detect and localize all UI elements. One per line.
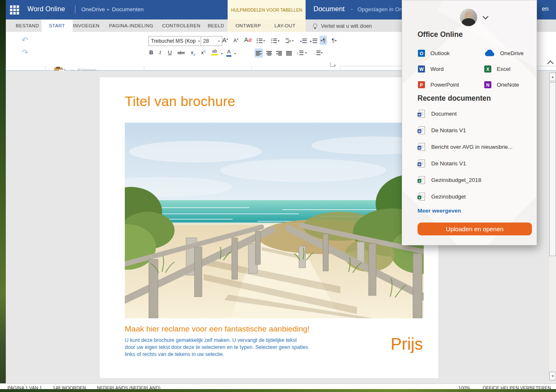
paragraph-indent-button[interactable]: → [311, 48, 322, 58]
recent-doc-item[interactable]: w Document [419, 110, 457, 118]
contextual-tab-header: HULPMIDDELEN VOOR TABELLEN [228, 0, 306, 19]
document-title-field[interactable]: Document [313, 5, 345, 13]
recent-doc-item[interactable]: w Bericht over AVG in nieuwsbrie... [419, 143, 512, 151]
font-size-caret: ▾ [218, 39, 220, 43]
tab-start[interactable]: START [41, 19, 73, 32]
strikethrough-button[interactable]: abc [177, 50, 185, 55]
numbered-list-caret[interactable]: ▾ [278, 39, 279, 43]
recent-documents-title: Recente documenten [418, 94, 491, 103]
user-avatar[interactable] [460, 9, 477, 26]
brochure-body-text[interactable]: U kunt deze brochure gemakkelijk zelf ma… [125, 337, 308, 358]
app-label: Word [430, 66, 444, 72]
desktop-background-left [0, 0, 6, 392]
multilevel-list-caret[interactable]: ▾ [292, 39, 294, 43]
recent-doc-item[interactable]: x Gezinsbudget_2018 [419, 176, 481, 184]
align-center-button[interactable] [265, 48, 273, 58]
app-launcher-icon[interactable] [10, 5, 19, 15]
highlight-caret[interactable]: ▾ [221, 52, 223, 56]
scroll-up-button[interactable]: ▲ [549, 73, 556, 81]
app-link-word[interactable]: W Word [418, 65, 444, 73]
word-icon: W [418, 65, 425, 73]
font-size-combobox[interactable]: 28▾ [201, 36, 222, 46]
tab-invoegen[interactable]: INVOEGEN [72, 19, 100, 32]
multilevel-list-button[interactable] [284, 36, 292, 46]
breadcrumb: OneDrive▸Documenten [81, 6, 144, 12]
bullet-list-button[interactable] [255, 36, 264, 46]
brochure-price-label[interactable]: Prijs [361, 335, 423, 353]
bold-button[interactable]: B [149, 49, 153, 56]
align-right-button[interactable] [275, 48, 283, 58]
redo-button[interactable]: ↷ [22, 48, 28, 56]
word-doc-icon: w [419, 160, 425, 167]
scroll-down-button[interactable]: ▼ [549, 372, 556, 380]
topbar-divider [75, 5, 75, 14]
superscript-button[interactable]: x2 [201, 49, 206, 56]
desktop-background-bottom [0, 389, 556, 392]
tell-me-label: Vertel wat u wilt doen [321, 23, 372, 29]
paragraph-indent-caret[interactable]: ▾ [321, 51, 323, 55]
panel-title: Office Online [418, 30, 463, 39]
share-button-partial[interactable]: en [542, 5, 549, 12]
breadcrumb-documenten[interactable]: Documenten [112, 6, 144, 12]
rtl-paragraph-button[interactable]: ¶◂ [330, 36, 337, 45]
brochure-title[interactable]: Titel van brochure [125, 94, 236, 109]
scrollbar-thumb[interactable] [549, 82, 556, 256]
office-online-flyout-panel: Office Online O Outlook OneDrive W Word … [402, 0, 537, 245]
onenote-icon: N [484, 81, 491, 88]
tab-pagina-indeling[interactable]: PAGINA-INDELING [108, 19, 154, 32]
excel-doc-icon: x [419, 176, 425, 184]
brochure-photo[interactable] [125, 123, 424, 318]
app-link-excel[interactable]: X Excel [484, 65, 510, 73]
brochure-headline[interactable]: Maak hier reclame voor een fantastische … [125, 324, 310, 334]
tab-ontwerp[interactable]: ONTWERP [235, 19, 262, 32]
word-doc-icon: w [419, 126, 425, 134]
app-label: Excel [497, 66, 510, 72]
powerpoint-icon: P [418, 81, 425, 88]
app-name: Word Online [27, 5, 65, 13]
font-family-combobox[interactable]: Trebuchet MS (Kop▾ [148, 36, 202, 46]
clear-formatting-button[interactable]: A [244, 36, 252, 43]
line-spacing-button[interactable]: ↕ [295, 48, 305, 58]
recent-doc-item[interactable]: w De Notaris V1 [419, 126, 466, 134]
font-color-caret[interactable]: ▾ [234, 52, 236, 56]
tab-controleren[interactable]: CONTROLEREN [161, 19, 202, 32]
italic-button[interactable]: I [159, 49, 161, 56]
paragraph-dialog-launcher[interactable] [330, 62, 335, 67]
recent-doc-item[interactable]: x Gezinsbudget [419, 193, 466, 201]
ltr-paragraph-button[interactable]: ▸¶ [320, 36, 327, 45]
shrink-font-button[interactable]: A▾ [233, 37, 238, 44]
app-link-outlook[interactable]: O Outlook [418, 50, 450, 57]
tab-bestand[interactable]: BESTAND [15, 19, 40, 32]
app-link-onedrive[interactable]: OneDrive [484, 50, 524, 57]
recent-doc-label: Gezinsbudget [431, 194, 466, 200]
tab-lay-out[interactable]: LAY-OUT [274, 19, 296, 32]
show-more-link[interactable]: Meer weergeven [418, 208, 461, 214]
upload-and-open-button[interactable]: Uploaden en openen [418, 223, 532, 235]
tab-beeld[interactable]: BEELD [207, 19, 225, 32]
app-label: Outlook [430, 50, 450, 56]
decrease-indent-button[interactable]: ◂ [299, 36, 308, 46]
document-page[interactable]: Titel van brochure [100, 77, 439, 378]
recent-doc-label: De Notaris V1 [431, 127, 466, 133]
screen: Word Online OneDrive▸Documenten HULPMIDD… [0, 0, 556, 392]
underline-button[interactable]: U [168, 49, 172, 56]
app-link-onenote[interactable]: N OneNote [484, 81, 519, 88]
line-spacing-caret[interactable]: ▾ [305, 51, 307, 55]
outlook-icon: O [418, 50, 425, 57]
bullet-list-caret[interactable]: ▾ [263, 39, 265, 43]
recent-doc-item[interactable]: w De Notaris V1 [419, 160, 466, 167]
increase-indent-button[interactable]: ▸ [309, 36, 318, 46]
highlight-color-button[interactable]: ab [211, 48, 218, 56]
breadcrumb-onedrive[interactable]: OneDrive [81, 6, 105, 12]
recent-doc-label: De Notaris V1 [431, 160, 466, 167]
grow-font-button[interactable]: A▴ [222, 36, 228, 44]
undo-button[interactable]: ↶ [22, 36, 28, 44]
app-link-powerpoint[interactable]: P PowerPoint [418, 81, 459, 88]
subscript-button[interactable]: x2 [191, 49, 195, 57]
numbered-list-button[interactable] [270, 36, 278, 46]
align-left-button[interactable] [255, 48, 263, 58]
justify-button[interactable] [285, 48, 293, 58]
font-color-button[interactable]: A [226, 48, 231, 57]
vertical-scrollbar[interactable]: ▲ ▼ [549, 72, 556, 381]
recent-doc-label: Document [431, 111, 457, 117]
